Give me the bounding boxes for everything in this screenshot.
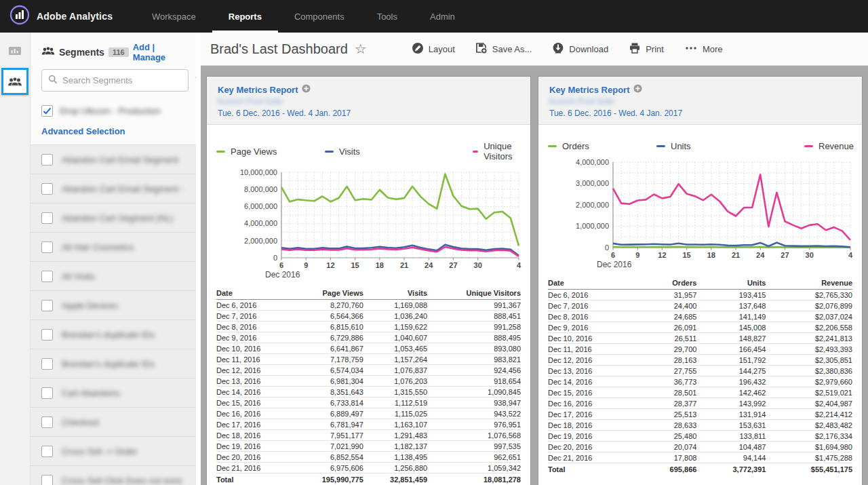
table-cell: 1,182,137 [363,441,427,452]
segments-header: Segments 116 Add | Manage [31,33,196,68]
nav-item-admin[interactable]: Admin [414,0,471,33]
toolbar-print-button[interactable]: Print [629,42,664,56]
add-metric-plus-icon[interactable] [633,83,642,96]
content-row: Segments 116 Add | Manage [0,33,868,485]
column-header[interactable]: Orders [640,277,696,290]
nav-item-tools[interactable]: Tools [361,0,414,33]
checkbox-unchecked[interactable] [41,183,53,195]
table-row: Dec 20, 20166,852,5541,138,495962,651 [216,452,521,463]
table-cell: 6,733,814 [292,397,363,408]
selected-segment-row[interactable]: Drop Ulkcom - Production [31,98,196,119]
checkbox-unchecked[interactable] [41,416,53,428]
table-cell: Dec 10, 2016 [548,333,640,344]
table-cell: 32,851,459 [363,473,427,485]
column-header[interactable]: Revenue [766,277,852,290]
segment-list-item[interactable]: Abandon Cart Segment (NL) [31,203,196,233]
legend-dash-icon [325,151,334,153]
checkbox-unchecked[interactable] [41,387,53,399]
table-cell: Dec 19, 2016 [548,431,640,442]
table-cell: 133,811 [696,431,766,442]
report-title-link[interactable]: Key Metrics Report [218,85,298,95]
column-header[interactable]: Date [216,288,292,300]
checkbox-unchecked[interactable] [41,271,53,282]
table-cell: 983,821 [427,354,521,365]
table-cell: Dec 16, 2016 [548,398,640,409]
table-cell: 1,090,845 [427,387,521,397]
segment-list-item[interactable]: Apple Devices [31,291,196,320]
toolbar-layout-button[interactable]: Layout [412,42,455,56]
add-metric-plus-icon[interactable] [302,83,311,96]
checkbox-checked[interactable] [41,105,53,117]
table-cell: 6,729,886 [292,332,363,343]
checkbox-unchecked[interactable] [41,241,53,253]
legend-item-units[interactable]: Units [656,141,804,151]
legend-item-orders[interactable]: Orders [548,141,656,151]
table-cell: $2,979,660 [766,376,852,387]
search-input[interactable] [62,75,182,85]
column-header[interactable]: Page Views [292,288,363,300]
table-cell: 991,258 [427,322,521,332]
date-range-link[interactable]: Tue. 6 Dec. 2016 - Wed. 4 Jan. 2017 [549,109,851,118]
svg-text:24: 24 [425,261,433,269]
report-title-link[interactable]: Key Metrics Report [549,85,629,95]
table-cell: 142,462 [696,387,766,398]
nav-item-reports[interactable]: Reports [212,0,278,33]
checkbox-unchecked[interactable] [41,446,53,457]
nav-item-components[interactable]: Components [278,0,361,33]
toolbar-download-button[interactable]: Download [552,42,608,56]
segment-list-item[interactable]: Abandon Cart Email Segment - Bla... [31,174,196,203]
column-header[interactable]: Unique Visitors [427,288,521,300]
legend-item-unique-visitors[interactable]: Unique Visitors [473,141,521,161]
table-row: Dec 9, 20166,729,8861,040,607888,495 [216,332,521,343]
segments-search-box[interactable] [41,69,189,92]
column-header[interactable]: Units [696,277,766,290]
legend-item-visits[interactable]: Visits [325,141,473,161]
chart-legend: OrdersUnitsRevenue [548,141,852,151]
column-header[interactable]: Date [548,277,640,290]
table-cell: $2,404,987 [766,398,852,409]
table-row: Dec 13, 201627,755144,275$2,380,836 [548,366,852,376]
table-cell: $2,765,330 [766,290,852,300]
toolbar-more-button[interactable]: More [684,42,723,56]
legend-item-revenue[interactable]: Revenue [804,141,854,151]
table-cell: 1,036,240 [363,311,427,322]
segment-list-item[interactable]: All Hair Cosmetics [31,233,196,262]
table-cell: Dec 16, 2016 [216,408,292,419]
segment-list-item[interactable]: Cross Sell -> Order [31,437,196,466]
table-cell: 893,080 [427,343,521,354]
dashboard-toolbar: LayoutSave As...DownloadPrintMore [412,42,723,56]
report-suite-label: Ecomm Prod Suite [218,97,319,105]
date-range-link[interactable]: Tue. 6 Dec. 2016 - Wed. 4 Jan. 2017 [218,109,519,118]
segment-list-item[interactable]: Brendan's duplicate IDs [31,320,196,349]
table-row: Dec 15, 20166,733,8141,112,519938,947 [216,397,521,408]
segment-list-item[interactable]: Cross Sell Click Does not exist [31,466,196,485]
svg-text:0: 0 [605,244,609,252]
checkbox-unchecked[interactable] [41,212,53,224]
legend-item-page-views[interactable]: Page Views [216,141,325,161]
reports-folder-icon[interactable] [3,41,26,61]
table-cell: Dec 8, 2016 [548,311,640,322]
svg-text:4: 4 [517,261,521,269]
checkbox-unchecked[interactable] [41,154,53,166]
segments-rail-icon[interactable] [1,68,28,95]
advanced-selection-link[interactable]: Advanced Selection [31,119,196,144]
checkbox-unchecked[interactable] [41,358,53,370]
column-header[interactable]: Visits [363,288,427,300]
toolbar-save-as-button[interactable]: Save As... [475,42,532,56]
segment-list-item[interactable]: Brendan's duplicate IDs [31,349,196,379]
segment-list-item[interactable]: All Visits [31,262,196,291]
brand: Adobe Analytics [0,0,136,33]
favorite-star-icon[interactable]: ☆ [355,42,367,56]
svg-text:1,000,000: 1,000,000 [576,222,609,230]
nav-item-workspace[interactable]: Workspace [136,0,212,33]
segment-list-item[interactable]: Cart Abandons [31,379,196,408]
segment-list-item[interactable]: Checkout [31,408,196,437]
table-cell: 195,990,775 [292,473,363,485]
checkbox-unchecked[interactable] [41,329,53,341]
segment-list-item[interactable]: Abandon Cart Email Segment [31,145,196,174]
brand-name: Adobe Analytics [37,11,113,22]
checkbox-unchecked[interactable] [41,300,53,311]
checkbox-unchecked[interactable] [41,475,53,485]
add-manage-links[interactable]: Add | Manage [133,42,186,62]
table-row: Dec 16, 20166,889,4971,115,025943,522 [216,408,521,419]
